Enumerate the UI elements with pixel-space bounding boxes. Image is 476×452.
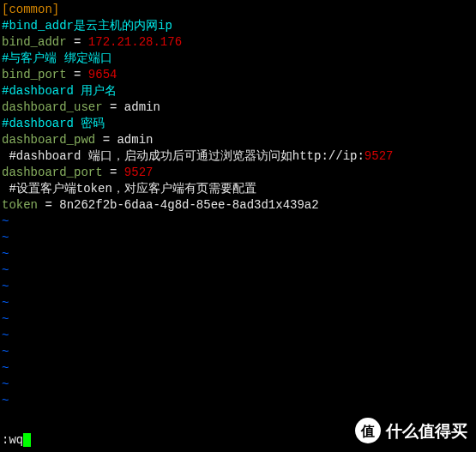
terminal-editor[interactable]: [common]#bind_addr是云主机的内网ipbind_addr = 1… (0, 0, 476, 411)
editor-line: ~ (2, 377, 474, 393)
editor-line: ~ (2, 311, 474, 328)
vim-command-text: :wq (2, 433, 23, 447)
watermark-icon: 值 (355, 418, 381, 443)
editor-line: bind_port = 9654 (2, 67, 474, 83)
editor-line: #dashboard 密码 (2, 116, 474, 132)
editor-line: #dashboard 用户名 (2, 83, 474, 99)
editor-line: ~ (2, 246, 474, 262)
editor-line: ~ (2, 344, 474, 360)
editor-line: dashboard_user = admin (2, 99, 474, 116)
editor-line: #dashboard 端口，启动成功后可通过浏览器访问如http://ip:95… (2, 148, 474, 165)
editor-line: ~ (2, 214, 474, 230)
editor-line: dashboard_pwd = admin (2, 132, 474, 148)
editor-line: ~ (2, 279, 474, 295)
editor-line: #与客户端 绑定端口 (2, 51, 474, 67)
editor-line: [common] (2, 2, 474, 18)
vim-command-line[interactable]: :wq (2, 432, 31, 449)
editor-line: dashboard_port = 9527 (2, 165, 474, 181)
editor-line: #设置客户端token，对应客户端有页需要配置 (2, 181, 474, 197)
editor-line: #bind_addr是云主机的内网ip (2, 18, 474, 34)
editor-line: ~ (2, 328, 474, 344)
editor-line: ~ (2, 360, 474, 377)
editor-line: ~ (2, 295, 474, 311)
watermark-text: 什么值得买 (386, 423, 467, 439)
editor-line: ~ (2, 230, 474, 246)
editor-line: bind_addr = 172.21.28.176 (2, 34, 474, 51)
editor-line: ~ (2, 393, 474, 409)
cursor-block (23, 433, 31, 447)
editor-line: ~ (2, 262, 474, 279)
editor-line: token = 8n262f2b-6daa-4g8d-85ee-8ad3d1x4… (2, 197, 474, 214)
watermark: 值 什么值得买 (355, 418, 467, 443)
